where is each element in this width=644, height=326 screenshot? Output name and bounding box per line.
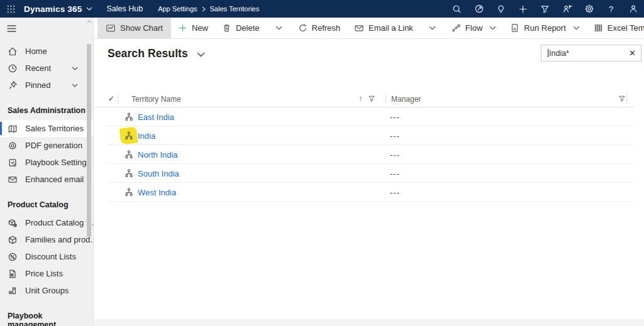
- manager-value: ---: [390, 188, 400, 197]
- select-all-checkbox[interactable]: ✓: [108, 94, 114, 103]
- sidebar-item-price-lists[interactable]: Price Lists: [0, 265, 93, 282]
- email-link-icon: [354, 23, 364, 33]
- breadcrumb-current[interactable]: Sales Territories: [210, 5, 260, 13]
- excel-templates-button[interactable]: Excel Templates: [587, 18, 644, 38]
- section-header-sales-administration: Sales Administration: [0, 106, 93, 115]
- refresh-icon: [298, 23, 308, 33]
- hamburger-menu-icon[interactable]: [0, 18, 93, 39]
- plus-icon: [178, 23, 187, 33]
- manager-value: ---: [390, 150, 400, 160]
- filter-icon[interactable]: [368, 95, 375, 102]
- show-chart-label: Show Chart: [120, 23, 163, 33]
- sidebar-item-recent[interactable]: Recent: [0, 60, 93, 77]
- sidebar-item-families-and-products[interactable]: Families and prod...: [0, 231, 93, 248]
- territory-name-link[interactable]: North India: [138, 150, 178, 160]
- search-icon[interactable]: [446, 0, 468, 18]
- chevron-down-icon: [489, 26, 496, 30]
- gear-icon: [8, 141, 18, 151]
- sidebar-item-enhanced-email[interactable]: Enhanced email: [0, 171, 93, 188]
- territory-org-icon: [124, 149, 134, 160]
- person-icon[interactable]: [622, 0, 644, 18]
- flow-label: Flow: [465, 23, 482, 33]
- sidebar-item-sales-territories[interactable]: Sales Territories: [0, 120, 93, 137]
- email-dropdown-chevron[interactable]: [424, 18, 441, 38]
- sidebar-scrollbar[interactable]: [86, 19, 92, 326]
- column-header-territory-name[interactable]: Territory Name: [131, 95, 181, 104]
- territory-org-icon: [124, 131, 134, 141]
- table-row[interactable]: India ---: [107, 126, 634, 145]
- sidebar-item-pinned[interactable]: Pinned: [0, 77, 93, 94]
- chevron-down-icon: [86, 7, 92, 11]
- sort-ascending-icon[interactable]: ↑: [358, 94, 362, 103]
- refresh-button[interactable]: Refresh: [291, 18, 348, 38]
- table-row[interactable]: North India ---: [107, 145, 634, 164]
- territory-name-link[interactable]: East India: [138, 112, 174, 122]
- email-link-button[interactable]: Email a Link: [347, 18, 420, 38]
- close-icon[interactable]: ✕: [625, 48, 636, 58]
- chevron-down-icon[interactable]: [72, 84, 78, 87]
- breadcrumb: App Settings Sales Territories: [158, 5, 259, 13]
- delete-button[interactable]: Delete: [215, 18, 267, 38]
- gear-icon[interactable]: [578, 0, 600, 18]
- search-value: India*: [549, 49, 625, 58]
- table-row[interactable]: West India ---: [107, 183, 634, 202]
- sidebar-item-playbook-settings[interactable]: Playbook Settings: [0, 154, 93, 171]
- app-name[interactable]: Sales Hub: [106, 4, 143, 13]
- user-flag-icon[interactable]: [556, 0, 578, 18]
- plus-icon[interactable]: [512, 0, 534, 18]
- table-row[interactable]: South India ---: [107, 164, 634, 183]
- new-button[interactable]: New: [171, 18, 215, 38]
- flow-button[interactable]: Flow: [445, 18, 503, 38]
- territory-name-link[interactable]: India: [138, 131, 155, 141]
- help-icon[interactable]: ?: [600, 0, 622, 18]
- box-gear-icon: [8, 218, 18, 228]
- territory-org-icon: [124, 112, 134, 122]
- breadcrumb-parent[interactable]: App Settings: [158, 5, 197, 13]
- manager-value: ---: [390, 169, 400, 178]
- brand-dynamics365[interactable]: Dynamics 365: [24, 4, 92, 14]
- app-launcher-icon[interactable]: [0, 0, 21, 18]
- sidebar-item-discount-lists[interactable]: Discount Lists: [0, 248, 93, 265]
- chevron-down-icon: [573, 26, 580, 30]
- territory-name-link[interactable]: South India: [138, 169, 179, 178]
- scrollbar-thumb[interactable]: [87, 44, 91, 237]
- filter-icon[interactable]: [534, 0, 556, 18]
- grid-search-input[interactable]: India* ✕: [541, 45, 641, 62]
- territory-grid: ✓ Territory Name ↑ Manager: [94, 92, 634, 202]
- grid-header-row: ✓ Territory Name ↑ Manager: [94, 92, 634, 107]
- home-icon: [8, 46, 18, 57]
- sidebar-item-home[interactable]: Home: [0, 43, 93, 60]
- territory-name-link[interactable]: West India: [138, 188, 176, 197]
- refresh-label: Refresh: [312, 23, 341, 33]
- grid-body: East India --- India ---: [94, 107, 634, 202]
- sidebar-item-pdf-generation[interactable]: PDF generation: [0, 137, 93, 154]
- sidebar-item-unit-groups[interactable]: Unit Groups: [0, 282, 93, 299]
- run-report-label: Run Report: [524, 23, 565, 33]
- unit-group-icon: [8, 286, 18, 296]
- column-header-manager[interactable]: Manager: [391, 95, 421, 104]
- pin-icon: [8, 80, 18, 90]
- table-row[interactable]: East India ---: [107, 107, 634, 126]
- trash-icon: [222, 23, 231, 33]
- view-selector-chevron-icon[interactable]: [197, 50, 205, 57]
- email-link-label: Email a Link: [369, 23, 413, 33]
- new-label: New: [192, 23, 208, 33]
- mail-icon: [8, 175, 18, 185]
- clock-icon: [8, 63, 18, 73]
- clipboard-check-icon: [8, 158, 18, 168]
- cube-icon: [8, 235, 18, 245]
- report-icon: [510, 23, 519, 33]
- show-chart-button[interactable]: Show Chart: [97, 18, 171, 38]
- section-header-playbook-management: Playbook management: [0, 312, 93, 326]
- divider: [626, 94, 627, 104]
- delete-dropdown-chevron[interactable]: [270, 18, 287, 38]
- scroll-up-icon[interactable]: [86, 20, 92, 26]
- sidebar-item-product-catalog-settings[interactable]: Product Catalog S...: [0, 214, 93, 231]
- chart-icon: [106, 23, 116, 33]
- chevron-down-icon[interactable]: [72, 67, 78, 70]
- compass-icon[interactable]: [468, 0, 490, 18]
- run-report-button[interactable]: Run Report: [503, 18, 586, 38]
- text-cursor: [548, 49, 548, 57]
- lightbulb-icon[interactable]: [490, 0, 512, 18]
- filter-icon[interactable]: [618, 95, 626, 102]
